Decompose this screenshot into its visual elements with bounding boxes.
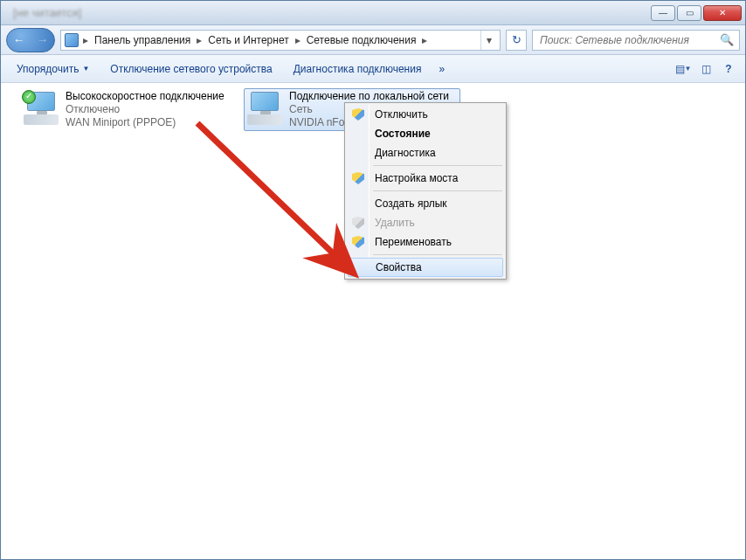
preview-pane-icon: ◫ [701,63,711,75]
breadcrumb-separator-icon: ▸ [194,34,204,46]
minimize-button[interactable]: — [651,5,675,21]
context-menu-label: Отключить [375,108,428,121]
preview-pane-button[interactable]: ◫ [696,59,715,79]
breadcrumb[interactable]: ▸ Панель управления ▸ Сеть и Интернет ▸ … [60,30,501,51]
help-icon: ? [725,63,731,75]
close-button[interactable]: ✕ [703,5,742,21]
shield-icon [352,108,364,121]
context-menu: Отключить Состояние Диагностика Настройк… [344,102,507,280]
disable-device-button[interactable]: Отключение сетевого устройства [101,59,280,79]
context-menu-item-rename[interactable]: Переименовать [347,232,504,252]
content-area: Высокоскоростное подключение Отключено W… [1,83,745,559]
connection-icon [245,90,284,125]
nav-back-forward[interactable]: ← → [6,28,55,52]
history-dropdown-icon[interactable]: ▾ [480,31,496,50]
breadcrumb-item-control-panel[interactable]: Панель управления [93,34,192,46]
organize-label: Упорядочить [17,63,79,75]
control-panel-icon [65,33,79,47]
search-icon: 🔍 [720,33,734,46]
connection-item-broadband[interactable]: Высокоскоростное подключение Отключено W… [20,88,237,131]
overflow-chevron-icon[interactable]: » [433,63,450,75]
search-input[interactable] [538,33,720,47]
shield-icon [352,217,364,229]
view-icon: ▤ [675,63,685,75]
window-buttons: — ▭ ✕ [651,5,742,21]
shield-icon [352,236,364,248]
connection-text: Высокоскоростное подключение Отключено W… [66,90,224,129]
context-menu-separator [373,165,502,166]
diagnose-button[interactable]: Диагностика подключения [285,59,431,79]
disable-device-label: Отключение сетевого устройства [110,63,272,75]
window-titlebar: [не читается] — ▭ ✕ [1,1,745,25]
forward-arrow-icon: → [37,33,48,46]
refresh-button[interactable]: ↻ [506,30,527,51]
connection-title: Высокоскоростное подключение [66,90,224,103]
chevron-down-icon: ▼ [82,65,89,73]
context-menu-label: Переименовать [375,236,452,248]
context-menu-label: Свойства [376,261,422,273]
search-box[interactable]: 🔍 [532,30,740,51]
address-bar: ← → ▸ Панель управления ▸ Сеть и Интерне… [1,25,745,55]
breadcrumb-item-network-connections[interactable]: Сетевые подключения [305,34,418,46]
context-menu-item-diagnose[interactable]: Диагностика [347,143,504,162]
back-arrow-icon: ← [13,33,24,46]
diagnose-label: Диагностика подключения [294,63,422,75]
breadcrumb-item-network-internet[interactable]: Сеть и Интернет [206,34,290,46]
context-menu-item-properties[interactable]: Свойства [348,258,503,277]
help-button[interactable]: ? [719,59,738,79]
connection-status: Отключено [66,103,224,116]
shield-icon [352,172,364,184]
view-options-button[interactable]: ▤▼ [673,59,693,79]
breadcrumb-separator-icon: ▸ [80,34,91,46]
context-menu-label: Настройка моста [375,172,458,184]
context-menu-label: Состояние [375,128,431,140]
context-menu-label: Диагностика [375,147,436,159]
context-menu-item-delete: Удалить [347,213,504,232]
connection-title: Подключение по локальной сети [289,90,449,103]
status-ok-icon [22,90,36,104]
context-menu-label: Создать ярлык [375,197,447,210]
maximize-button[interactable]: ▭ [677,5,701,21]
command-bar: Упорядочить ▼ Отключение сетевого устрой… [1,55,745,83]
organize-button[interactable]: Упорядочить ▼ [8,59,98,79]
context-menu-item-shortcut[interactable]: Создать ярлык [347,194,504,213]
breadcrumb-separator-icon: ▸ [293,34,303,46]
window-title-text: [не читается] [4,6,651,19]
context-menu-separator [373,190,502,191]
context-menu-item-bridge[interactable]: Настройка моста [347,169,504,188]
connection-icon [22,90,60,125]
breadcrumb-separator-icon: ▸ [419,34,430,46]
context-menu-item-status[interactable]: Состояние [347,124,504,143]
context-menu-item-disable[interactable]: Отключить [347,105,504,124]
connection-adapter: WAN Miniport (PPPOE) [66,116,224,129]
context-menu-label: Удалить [375,217,415,229]
context-menu-separator [373,254,502,255]
refresh-icon: ↻ [512,33,522,46]
